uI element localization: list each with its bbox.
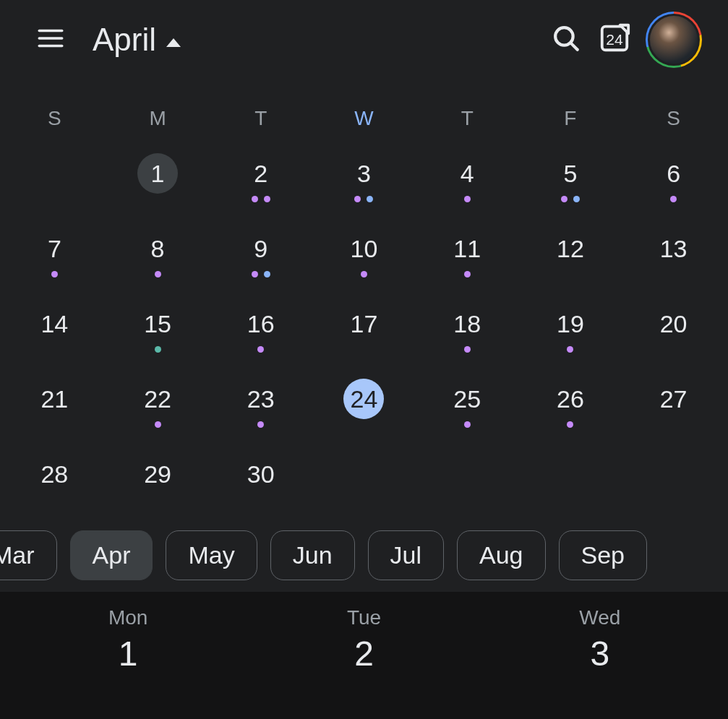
- event-dots: [155, 270, 161, 277]
- agenda-day[interactable]: Wed3: [482, 606, 718, 719]
- day-number: 27: [654, 379, 694, 419]
- month-picker[interactable]: April: [93, 22, 181, 58]
- svg-line-4: [570, 43, 578, 50]
- event-dot: [367, 196, 373, 202]
- day-number: 22: [137, 379, 178, 419]
- event-dot: [464, 421, 471, 428]
- agenda-day[interactable]: Mon1: [10, 606, 246, 719]
- day-cell[interactable]: 6: [622, 140, 725, 215]
- event-dot: [464, 271, 471, 277]
- event-dots: [252, 195, 270, 202]
- day-cell[interactable]: 25: [416, 366, 519, 441]
- day-number: 5: [550, 153, 591, 194]
- account-avatar[interactable]: [646, 12, 702, 68]
- month-chip[interactable]: Jun: [270, 530, 355, 580]
- month-chip[interactable]: Sep: [559, 530, 648, 580]
- day-cell[interactable]: 10: [312, 215, 416, 290]
- menu-button[interactable]: [26, 15, 75, 64]
- day-cell[interactable]: 30: [209, 441, 312, 516]
- day-cell[interactable]: 9: [209, 215, 312, 290]
- day-cell[interactable]: 7: [3, 215, 106, 290]
- day-number: 26: [550, 379, 591, 419]
- day-number: 11: [447, 228, 487, 269]
- day-cell[interactable]: 4: [416, 140, 519, 215]
- day-cell[interactable]: 29: [106, 441, 210, 516]
- day-number: 28: [34, 454, 74, 494]
- day-cell[interactable]: 1: [106, 140, 210, 215]
- day-cell[interactable]: 5: [519, 140, 622, 215]
- day-cell[interactable]: 2: [209, 140, 312, 215]
- svg-text:24: 24: [606, 31, 623, 48]
- today-button[interactable]: 24: [598, 15, 631, 64]
- day-cell[interactable]: 23: [209, 366, 312, 441]
- day-cell[interactable]: 18: [416, 290, 519, 366]
- day-cell[interactable]: 14: [3, 290, 106, 366]
- dropdown-caret-icon: [166, 38, 181, 47]
- day-cell[interactable]: 26: [519, 366, 622, 441]
- day-cell[interactable]: 22: [106, 366, 210, 441]
- event-dots: [670, 195, 677, 202]
- search-button[interactable]: [541, 15, 591, 64]
- day-cell[interactable]: 8: [106, 215, 210, 290]
- event-dots: [464, 345, 471, 353]
- day-number: 16: [241, 303, 281, 344]
- day-number: 1: [137, 153, 178, 194]
- day-number: 9: [241, 228, 281, 269]
- day-number: 23: [241, 379, 281, 419]
- event-dots: [257, 345, 264, 353]
- agenda-weekday: Tue: [347, 606, 381, 629]
- day-cell: [312, 441, 416, 516]
- event-dot: [361, 271, 367, 277]
- event-dot: [257, 346, 264, 353]
- hamburger-icon: [35, 23, 66, 56]
- day-cell[interactable]: 20: [622, 290, 725, 366]
- day-cell[interactable]: 19: [519, 290, 622, 366]
- weekday-label: M: [106, 107, 210, 130]
- month-chip[interactable]: Mar: [0, 530, 57, 580]
- event-dot: [264, 196, 270, 202]
- month-chip[interactable]: May: [166, 530, 257, 580]
- day-cell[interactable]: 11: [416, 215, 519, 290]
- event-dots: [257, 421, 264, 428]
- day-cell[interactable]: 24: [312, 366, 416, 441]
- avatar-image: [648, 14, 700, 66]
- month-title: April: [93, 22, 156, 58]
- month-chip[interactable]: Apr: [70, 530, 153, 580]
- day-cell[interactable]: 21: [3, 366, 106, 441]
- day-cell[interactable]: 13: [622, 215, 725, 290]
- day-number: 21: [34, 379, 74, 419]
- day-cell[interactable]: 16: [209, 290, 312, 366]
- event-dots: [155, 421, 161, 428]
- day-cell[interactable]: 28: [3, 441, 106, 516]
- search-icon: [551, 23, 581, 56]
- day-number: [654, 454, 694, 494]
- day-number: [447, 454, 487, 494]
- day-number: 13: [654, 228, 694, 269]
- event-dots: [561, 195, 580, 202]
- day-cell[interactable]: 15: [106, 290, 210, 366]
- day-cell[interactable]: 3: [312, 140, 416, 215]
- weekday-label: T: [209, 107, 312, 130]
- day-cell[interactable]: 17: [312, 290, 416, 366]
- day-number: 4: [447, 153, 487, 194]
- event-dot: [354, 196, 361, 202]
- day-cell[interactable]: 27: [622, 366, 725, 441]
- agenda-date: 1: [119, 634, 138, 673]
- day-number: 25: [447, 379, 487, 419]
- app-header: April 24: [0, 0, 728, 79]
- event-dot: [567, 421, 573, 428]
- weekday-label: S: [3, 107, 106, 130]
- weekday-label: W: [312, 107, 416, 130]
- day-number: [550, 454, 591, 494]
- day-number: 2: [241, 153, 281, 194]
- day-cell[interactable]: 12: [519, 215, 622, 290]
- month-chip-scroller[interactable]: MarAprMayJunJulAugSep: [0, 519, 728, 592]
- month-chip[interactable]: Aug: [457, 530, 546, 580]
- day-number: 18: [447, 303, 487, 344]
- agenda-day[interactable]: Tue2: [246, 606, 481, 719]
- day-number: 8: [137, 228, 178, 269]
- event-dot: [670, 196, 677, 202]
- month-chip[interactable]: Jul: [368, 530, 444, 580]
- event-dot: [561, 196, 568, 202]
- event-dot: [51, 271, 58, 277]
